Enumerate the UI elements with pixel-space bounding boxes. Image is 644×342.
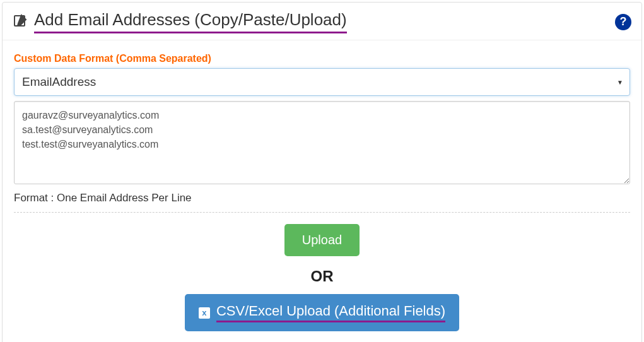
data-format-selected: EmailAddress [22, 75, 96, 89]
data-format-label: Custom Data Format (Comma Separated) [14, 53, 630, 64]
add-email-panel: Add Email Addresses (Copy/Paste/Upload) … [2, 2, 642, 342]
panel-header: Add Email Addresses (Copy/Paste/Upload) … [3, 3, 641, 40]
format-hint: Format : One Email Address Per Line [14, 192, 630, 213]
csv-upload-button[interactable]: x CSV/Excel Upload (Additional Fields) [185, 294, 459, 331]
help-icon[interactable]: ? [615, 14, 631, 30]
email-address-textarea[interactable] [14, 101, 630, 184]
excel-icon: x [199, 307, 210, 319]
edit-icon [13, 13, 28, 31]
csv-upload-button-label: CSV/Excel Upload (Additional Fields) [216, 303, 445, 322]
data-format-select[interactable]: EmailAddress ▼ [14, 68, 630, 96]
upload-button[interactable]: Upload [284, 224, 360, 256]
or-divider: OR [14, 268, 630, 285]
chevron-down-icon: ▼ [617, 79, 623, 86]
panel-title: Add Email Addresses (Copy/Paste/Upload) [34, 10, 347, 33]
